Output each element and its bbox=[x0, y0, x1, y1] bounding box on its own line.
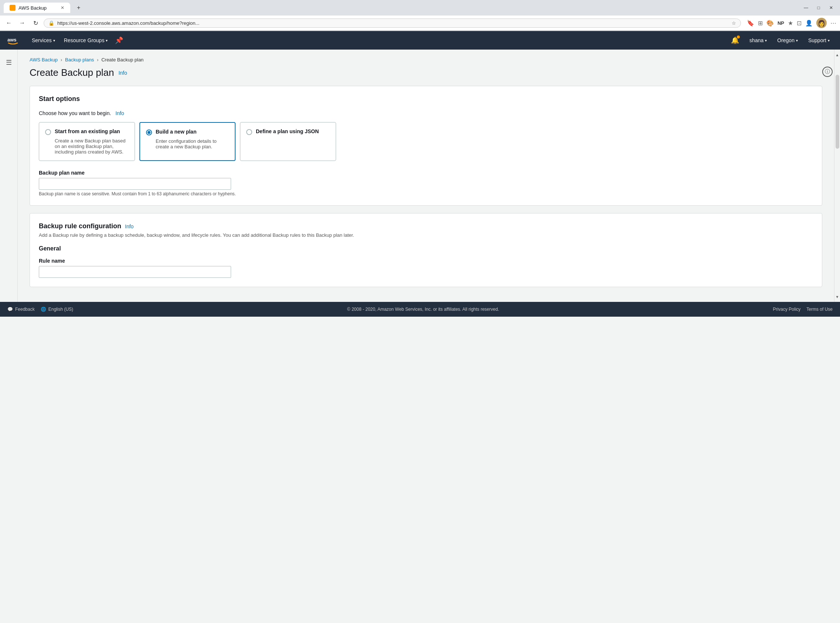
breadcrumb-current: Create Backup plan bbox=[101, 57, 144, 63]
general-heading: General bbox=[39, 245, 813, 252]
browser-icon-4[interactable]: ★ bbox=[788, 20, 793, 27]
aws-logo[interactable]: aws bbox=[6, 33, 20, 48]
forward-button[interactable]: → bbox=[17, 18, 28, 28]
radio-existing[interactable] bbox=[45, 129, 51, 135]
scroll-up-button[interactable]: ▲ bbox=[835, 49, 840, 60]
svg-text:aws: aws bbox=[8, 37, 17, 43]
browser-menu-icon[interactable]: ⋯ bbox=[830, 20, 836, 27]
browser-icon-2[interactable]: ⊞ bbox=[758, 20, 763, 27]
user-menu[interactable]: shana ▾ bbox=[745, 31, 771, 49]
terms-of-use-link[interactable]: Terms of Use bbox=[806, 307, 832, 312]
browser-icon-3[interactable]: 🎨 bbox=[767, 20, 774, 27]
plan-name-field: Backup plan name Backup plan name is cas… bbox=[39, 170, 813, 196]
resource-groups-chevron: ▾ bbox=[106, 38, 107, 43]
notification-dot bbox=[737, 35, 740, 38]
aws-nav-right: 🔔 shana ▾ Oregon ▾ Support ▾ bbox=[727, 31, 834, 49]
region-menu[interactable]: Oregon ▾ bbox=[773, 31, 802, 49]
breadcrumb-sep-1: › bbox=[61, 57, 62, 63]
backup-rule-title-row: Backup rule configuration Info bbox=[39, 222, 813, 230]
privacy-policy-link[interactable]: Privacy Policy bbox=[773, 307, 801, 312]
browser-titlebar: AWS Backup ✕ + — □ ✕ bbox=[0, 0, 840, 15]
globe-icon: 🌐 bbox=[41, 307, 46, 312]
resource-groups-menu[interactable]: Resource Groups ▾ bbox=[60, 31, 112, 49]
hamburger-menu[interactable]: ☰ bbox=[3, 55, 15, 69]
support-menu[interactable]: Support ▾ bbox=[804, 31, 834, 49]
region-chevron: ▾ bbox=[796, 38, 798, 43]
backup-rule-title: Backup rule configuration bbox=[39, 222, 121, 230]
plan-name-hint: Backup plan name is case sensitive. Must… bbox=[39, 191, 813, 196]
address-bar[interactable]: 🔒 https://us-west-2.console.aws.amazon.c… bbox=[44, 18, 741, 28]
option-json-title: Define a plan using JSON bbox=[256, 128, 319, 134]
plan-name-input[interactable] bbox=[39, 178, 231, 190]
info-circle-button[interactable]: ⓘ bbox=[822, 67, 832, 77]
services-label: Services bbox=[32, 37, 52, 43]
new-tab-button[interactable]: + bbox=[73, 2, 84, 13]
scroll-down-button[interactable]: ▼ bbox=[835, 292, 840, 302]
support-label: Support bbox=[808, 37, 826, 43]
option-existing-header: Start from an existing plan bbox=[45, 128, 129, 135]
page-info-link[interactable]: Info bbox=[118, 70, 127, 76]
backup-rule-subtitle: Add a Backup rule by defining a backup s… bbox=[39, 232, 813, 238]
region-label: Oregon bbox=[777, 37, 794, 43]
radio-new[interactable] bbox=[146, 129, 152, 135]
breadcrumb-plans[interactable]: Backup plans bbox=[65, 57, 94, 63]
user-chevron: ▾ bbox=[765, 38, 767, 43]
backup-rule-card: Backup rule configuration Info Add a Bac… bbox=[29, 213, 822, 287]
language-selector[interactable]: 🌐 English (US) bbox=[41, 307, 73, 312]
browser-tab[interactable]: AWS Backup ✕ bbox=[4, 3, 70, 13]
option-existing[interactable]: Start from an existing plan Create a new… bbox=[39, 122, 135, 161]
start-options-card: Start options Choose how you want to beg… bbox=[29, 86, 822, 206]
user-avatar[interactable]: 👩 bbox=[816, 18, 827, 28]
radio-json[interactable] bbox=[246, 129, 252, 135]
rule-name-input[interactable] bbox=[39, 266, 231, 278]
close-button[interactable]: ✕ bbox=[826, 3, 836, 13]
services-menu[interactable]: Services ▾ bbox=[28, 31, 60, 49]
option-existing-desc: Create a new Backup plan based on an exi… bbox=[45, 138, 129, 155]
footer-left: 💬 Feedback 🌐 English (US) bbox=[8, 307, 73, 312]
option-json[interactable]: Define a plan using JSON bbox=[240, 122, 336, 161]
browser-icon-1[interactable]: 🔖 bbox=[747, 20, 754, 27]
browser-icon-5[interactable]: ⊡ bbox=[797, 20, 802, 27]
notifications-menu[interactable]: 🔔 bbox=[727, 31, 744, 49]
resource-groups-label: Resource Groups bbox=[64, 37, 105, 43]
option-json-header: Define a plan using JSON bbox=[246, 128, 330, 135]
bell-icon-wrapper: 🔔 bbox=[731, 36, 739, 44]
info-circle-container: ⓘ bbox=[822, 67, 832, 77]
feedback-label: Feedback bbox=[15, 307, 35, 312]
tab-close-button[interactable]: ✕ bbox=[61, 5, 64, 10]
option-new[interactable]: Build a new plan Enter configuration det… bbox=[139, 122, 236, 161]
minimize-button[interactable]: — bbox=[801, 3, 811, 13]
choose-label-text: Choose how you want to begin. bbox=[39, 110, 111, 116]
feedback-icon: 💬 bbox=[8, 307, 13, 312]
maximize-button[interactable]: □ bbox=[813, 3, 824, 13]
refresh-button[interactable]: ↻ bbox=[30, 18, 41, 28]
tab-favicon bbox=[10, 5, 15, 11]
content-area: AWS Backup › Backup plans › Create Backu… bbox=[18, 49, 834, 302]
option-existing-title: Start from an existing plan bbox=[55, 128, 120, 134]
sidebar-toggle: ☰ bbox=[0, 49, 18, 302]
breadcrumb-sep-2: › bbox=[97, 57, 98, 63]
back-button[interactable]: ← bbox=[4, 18, 14, 28]
start-options-title: Start options bbox=[39, 95, 813, 103]
radio-new-inner bbox=[147, 131, 150, 134]
choose-label-row: Choose how you want to begin. Info bbox=[39, 110, 813, 116]
backup-rule-info-link[interactable]: Info bbox=[125, 224, 133, 229]
breadcrumb-home[interactable]: AWS Backup bbox=[29, 57, 58, 63]
rule-name-label: Rule name bbox=[39, 258, 813, 264]
feedback-button[interactable]: 💬 Feedback bbox=[8, 307, 35, 312]
choose-info-link[interactable]: Info bbox=[115, 110, 124, 116]
support-chevron: ▾ bbox=[828, 38, 830, 43]
browser-icon-6[interactable]: 👤 bbox=[805, 20, 812, 27]
url-display: https://us-west-2.console.aws.amazon.com… bbox=[57, 20, 729, 26]
browser-nav: ← → ↻ 🔒 https://us-west-2.console.aws.am… bbox=[0, 15, 840, 31]
user-label: shana bbox=[750, 37, 763, 43]
option-cards: Start from an existing plan Create a new… bbox=[39, 122, 813, 161]
footer-copyright: © 2008 - 2020, Amazon Web Services, Inc.… bbox=[347, 307, 499, 312]
option-new-desc: Enter configuration details to create a … bbox=[146, 138, 229, 149]
pin-icon[interactable]: 📌 bbox=[112, 36, 126, 44]
page-title: Create Backup plan bbox=[29, 67, 114, 78]
scroll-thumb[interactable] bbox=[835, 75, 839, 149]
language-label: English (US) bbox=[49, 307, 73, 312]
browser-profile[interactable]: NP bbox=[777, 20, 784, 26]
option-new-header: Build a new plan bbox=[146, 129, 229, 135]
